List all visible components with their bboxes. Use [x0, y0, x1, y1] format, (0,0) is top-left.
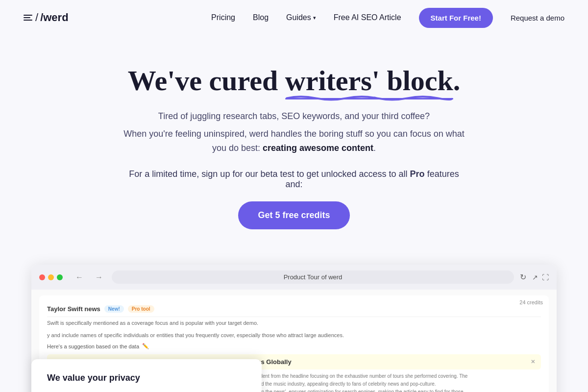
- browser-back-button[interactable]: ←: [73, 272, 86, 283]
- nav-free-article[interactable]: Free AI SEO Article: [334, 13, 401, 22]
- wavy-underline-svg: [285, 94, 453, 101]
- pro-badge: Pro tool: [128, 305, 154, 313]
- cookie-banner-title: We value your privacy: [47, 373, 246, 383]
- nav-blog[interactable]: Blog: [253, 13, 269, 22]
- browser-navigation: ← →: [73, 272, 106, 283]
- include-text: y and include names of specific individu…: [47, 329, 541, 342]
- logo-icon: [24, 15, 32, 21]
- nav-guides[interactable]: Guides ▾: [286, 13, 316, 22]
- browser-window-controls: [39, 274, 63, 280]
- browser-fullscreen-button[interactable]: ⛶: [542, 273, 549, 281]
- suggestion-icon: ✏️: [142, 343, 149, 349]
- cookie-banner: We value your privacy We use cookies to …: [31, 359, 262, 392]
- hero-limited-time: For a limited time, sign up for our beta…: [122, 169, 466, 190]
- suggestion-row: Here's a suggestion based on the data ✏️: [47, 341, 541, 351]
- nav-links: Pricing Blog Guides ▾ Free AI SEO Articl…: [211, 8, 564, 28]
- browser-chrome-bar: ← → Product Tour of werd ↻ ↗ ⛶: [31, 265, 557, 290]
- credits-badge: 24 credits: [519, 299, 543, 305]
- get-free-credits-button[interactable]: Get 5 free credits: [238, 201, 349, 229]
- hero-highlight: writers' block: [285, 65, 453, 98]
- logo-text: /werd: [40, 11, 68, 24]
- chevron-down-icon: ▾: [313, 15, 316, 21]
- close-window-dot: [39, 274, 45, 280]
- hero-subtitle-2: When you're feeling uninspired, werd han…: [118, 127, 470, 155]
- navbar: / /werd Pricing Blog Guides ▾ Free AI SE…: [0, 0, 588, 35]
- article-keyword-row: Taylor Swift news New! Pro tool: [47, 301, 541, 317]
- browser-refresh-button[interactable]: ↻: [520, 272, 526, 282]
- browser-url-bar[interactable]: Product Tour of werd: [112, 270, 514, 284]
- nav-pricing[interactable]: Pricing: [211, 13, 235, 22]
- new-badge: New!: [104, 305, 124, 313]
- hero-section: We've cured writers' block . Tired of ju…: [0, 35, 588, 249]
- maximize-window-dot: [57, 274, 63, 280]
- browser-action-buttons: ↗ ⛶: [532, 273, 549, 281]
- browser-external-link-button[interactable]: ↗: [532, 273, 538, 281]
- browser-mockup-container: ← → Product Tour of werd ↻ ↗ ⛶ 24 credit…: [16, 265, 572, 392]
- browser-forward-button[interactable]: →: [92, 272, 106, 283]
- request-demo-link[interactable]: Request a demo: [511, 14, 564, 22]
- minimize-window-dot: [48, 274, 54, 280]
- text-preview-1: Swift is specifically mentioned as a cov…: [47, 317, 541, 329]
- start-for-free-button[interactable]: Start For Free!: [419, 8, 493, 28]
- edit-icon: ✕: [531, 359, 535, 365]
- logo[interactable]: / /werd: [24, 11, 69, 24]
- hero-subtitle-1: Tired of juggling research tabs, SEO key…: [127, 109, 461, 123]
- hero-title: We've cured writers' block .: [24, 65, 564, 98]
